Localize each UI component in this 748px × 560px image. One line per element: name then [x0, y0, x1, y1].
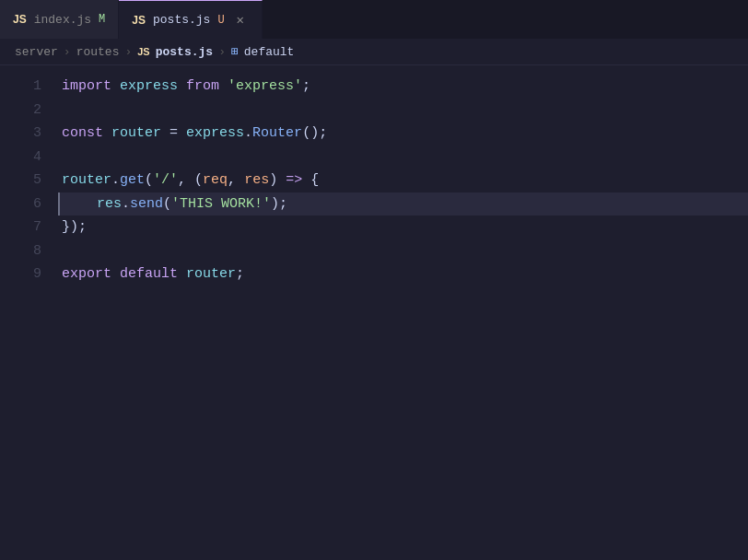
line-num-7: 7 [0, 216, 41, 239]
code-line-1: import express from 'express'; [58, 75, 748, 99]
breadcrumb-routes: routes [76, 45, 120, 59]
code-line-7: }); [58, 216, 748, 239]
breadcrumb-symbol-icon: ⊞ [231, 44, 239, 59]
breadcrumb-symbol: default [244, 45, 295, 59]
tab-posts-js[interactable]: JS posts.js U ✕ [119, 0, 262, 39]
tab-bar: JS index.js M JS posts.js U ✕ [0, 0, 748, 39]
tab-js-icon-posts: JS [132, 14, 146, 27]
breadcrumb: server › routes › JS posts.js › ⊞ defaul… [0, 39, 748, 65]
line-num-8: 8 [0, 239, 41, 263]
tab-js-icon-index: JS [13, 13, 27, 26]
tab-filename-index: index.js [34, 13, 91, 27]
line-num-2: 2 [0, 99, 41, 122]
line-numbers: 1 2 3 4 5 6 7 8 9 [0, 73, 51, 560]
line-num-6: 6 [0, 192, 41, 216]
line-num-4: 4 [0, 146, 41, 169]
code-area: 1 2 3 4 5 6 7 8 9 import express from 'e… [0, 65, 748, 560]
code-line-9: export default router; [58, 262, 748, 286]
line-num-3: 3 [0, 122, 41, 146]
code-line-5: router.get('/', (req, res) => { [58, 169, 748, 192]
code-line-6: res.send('THIS WORK!'); [58, 192, 748, 216]
tab-filename-posts: posts.js [153, 13, 210, 27]
line-num-1: 1 [0, 75, 41, 99]
tab-status-posts: U [217, 14, 224, 27]
breadcrumb-sep-1: › [64, 45, 71, 59]
breadcrumb-sep-3: › [218, 45, 226, 59]
code-line-3: const router = express.Router(); [58, 122, 748, 146]
code-line-4 [58, 146, 748, 169]
breadcrumb-file: posts.js [156, 45, 213, 59]
line-num-5: 5 [0, 169, 41, 192]
line-num-9: 9 [0, 262, 41, 286]
breadcrumb-server: server [15, 45, 58, 59]
tab-index-js[interactable]: JS index.js M [0, 0, 119, 39]
editor-container: JS index.js M JS posts.js U ✕ server › r… [0, 0, 748, 560]
code-content: import express from 'express'; const rou… [51, 73, 748, 560]
code-line-8 [58, 239, 748, 263]
tab-close-posts[interactable]: ✕ [232, 12, 249, 29]
tab-status-index: M [99, 13, 105, 26]
breadcrumb-sep-2: › [124, 45, 132, 59]
breadcrumb-js-icon: JS [137, 46, 149, 57]
code-line-2 [58, 99, 748, 122]
